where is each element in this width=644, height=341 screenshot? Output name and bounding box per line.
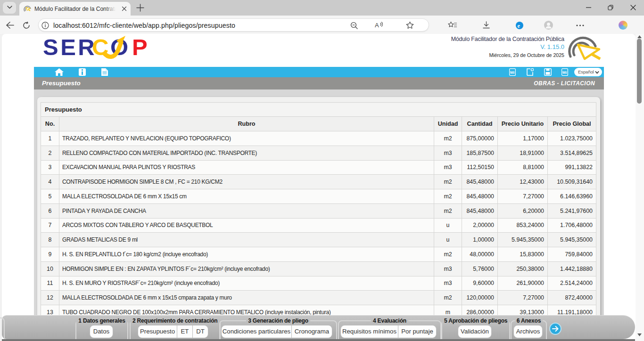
svg-text:A: A (375, 22, 379, 29)
svg-text:PDF: PDF (563, 71, 567, 73)
svg-text:P: P (132, 35, 148, 59)
svg-text:SER: SER (43, 35, 97, 59)
svg-text:PDF: PDF (511, 71, 515, 73)
svg-text:e: e (518, 23, 520, 29)
